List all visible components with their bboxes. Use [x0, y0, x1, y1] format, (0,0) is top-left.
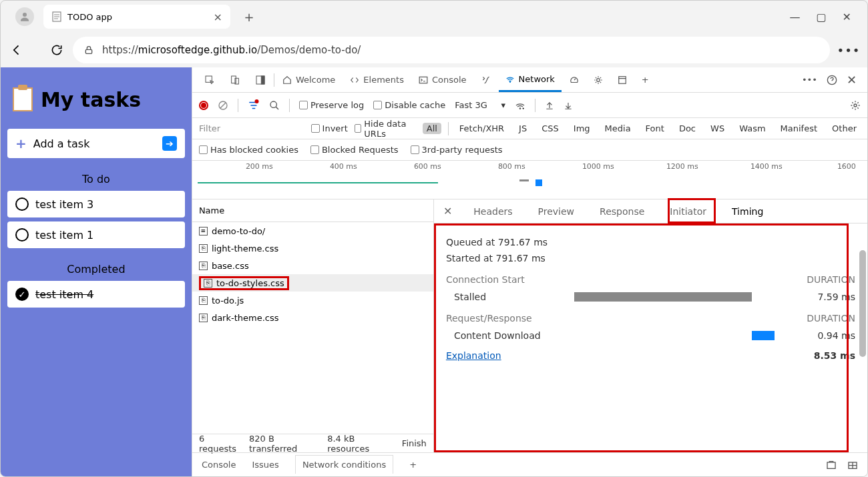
blocked-requests-checkbox[interactable]: Blocked Requests: [310, 145, 399, 155]
network-status-bar: 6 requests 820 B transferred 8.4 kB reso…: [192, 434, 433, 452]
todo-section-label: To do: [7, 173, 185, 185]
plus-icon: +: [15, 135, 27, 151]
window-controls: — ▢ ✕: [789, 11, 862, 23]
completed-section-label: Completed: [7, 263, 185, 276]
filter-type[interactable]: Doc: [675, 123, 700, 134]
tab-console[interactable]: Console: [412, 67, 473, 92]
add-tab-button[interactable]: +: [635, 67, 656, 92]
filter-type[interactable]: Wasm: [735, 123, 769, 134]
filter-type-all[interactable]: All: [423, 123, 441, 134]
minimize-icon[interactable]: —: [789, 11, 800, 23]
tab-response[interactable]: Response: [596, 205, 648, 218]
filter-toggle-button[interactable]: [248, 99, 260, 111]
third-party-checkbox[interactable]: 3rd-party requests: [411, 145, 503, 155]
add-task-input[interactable]: + Add a task ➔: [7, 129, 185, 158]
task-checked-icon[interactable]: ✓: [15, 288, 29, 301]
add-task-placeholder: Add a task: [33, 137, 90, 150]
tab-memory[interactable]: [587, 67, 610, 92]
record-button[interactable]: [199, 101, 208, 110]
profile-avatar[interactable]: [15, 7, 34, 26]
name-column-header[interactable]: Name: [192, 199, 433, 222]
task-item[interactable]: test item 1: [7, 221, 185, 248]
filter-type[interactable]: CSS: [537, 123, 563, 134]
tab-sources[interactable]: [475, 67, 497, 92]
filter-type[interactable]: Font: [642, 123, 668, 134]
close-tab-icon[interactable]: ×: [214, 11, 222, 23]
tab-welcome[interactable]: Welcome: [276, 67, 342, 92]
preserve-log-checkbox[interactable]: Preserve log: [299, 100, 364, 110]
drawer-icon-1[interactable]: [826, 460, 837, 470]
svg-line-24: [276, 107, 278, 109]
drawer-issues[interactable]: Issues: [252, 460, 278, 470]
svg-rect-5: [85, 49, 91, 53]
browser-tab[interactable]: TODO app ×: [43, 5, 230, 29]
css-icon: ⎘: [199, 262, 208, 270]
drawer-console[interactable]: Console: [202, 460, 236, 470]
svg-rect-11: [419, 77, 427, 83]
filter-type[interactable]: JS: [515, 123, 531, 134]
svg-point-12: [509, 81, 510, 82]
request-row-selected[interactable]: ⎘to-do-styles.css: [192, 274, 433, 292]
disable-cache-checkbox[interactable]: Disable cache: [373, 100, 445, 110]
search-button[interactable]: [269, 100, 280, 111]
tab-performance[interactable]: [563, 67, 586, 92]
back-button[interactable]: [9, 43, 25, 57]
request-row[interactable]: ⎘dark-theme.css: [192, 309, 433, 326]
devtools-more-button[interactable]: •••: [802, 75, 817, 85]
timing-panel: Queued at 791.67 ms Started at 791.67 ms…: [434, 223, 867, 452]
hide-data-urls-checkbox[interactable]: Hide data URLs: [355, 119, 416, 139]
filter-input[interactable]: Filter: [199, 123, 304, 133]
filter-type[interactable]: Img: [570, 123, 594, 134]
request-detail: ✕ Headers Preview Response Initiator Tim…: [434, 199, 867, 452]
refresh-button[interactable]: [49, 43, 65, 57]
drawer-icon-2[interactable]: [847, 460, 858, 470]
tab-application[interactable]: [611, 67, 634, 92]
filter-type[interactable]: Manifest: [777, 123, 821, 134]
task-checkbox[interactable]: [15, 197, 29, 211]
invert-checkbox[interactable]: Invert: [311, 123, 348, 133]
maximize-icon[interactable]: ▢: [816, 11, 826, 23]
settings-icon[interactable]: [850, 100, 861, 111]
filter-type[interactable]: WS: [706, 123, 728, 134]
scrollbar[interactable]: [859, 223, 866, 397]
blocked-cookies-checkbox[interactable]: Has blocked cookies: [199, 145, 298, 155]
tab-preview[interactable]: Preview: [534, 205, 579, 218]
request-row[interactable]: ⎘to-do.js: [192, 292, 433, 309]
request-row[interactable]: ⎘base.css: [192, 257, 433, 274]
filter-type[interactable]: Other: [828, 123, 861, 134]
devtools-close-button[interactable]: ✕: [847, 73, 857, 87]
network-filter-bar: Filter Invert Hide data URLs All Fetch/X…: [192, 118, 867, 139]
tab-elements[interactable]: Elements: [343, 67, 411, 92]
drawer-network-conditions[interactable]: Network conditions: [295, 455, 393, 474]
close-window-icon[interactable]: ✕: [843, 11, 851, 23]
submit-arrow-icon[interactable]: ➔: [162, 136, 177, 151]
request-row[interactable]: ⎘light-theme.css: [192, 240, 433, 257]
url-text: https://microsoftedge.github.io/Demos/de…: [102, 44, 361, 56]
help-icon[interactable]: [827, 75, 837, 85]
close-detail-button[interactable]: ✕: [443, 205, 452, 217]
browser-menu-button[interactable]: •••: [838, 43, 859, 57]
drawer-add-button[interactable]: +: [409, 460, 417, 470]
task-item-done[interactable]: ✓test item 4: [7, 281, 185, 308]
device-toggle-button[interactable]: [223, 67, 247, 92]
network-timeline[interactable]: 200 ms 400 ms 600 ms 800 ms 1000 ms 1200…: [192, 161, 867, 199]
tab-timing[interactable]: Timing: [728, 205, 767, 218]
address-bar: https://microsoftedge.github.io/Demos/de…: [1, 33, 867, 67]
filter-type[interactable]: Media: [601, 123, 635, 134]
task-item[interactable]: test item 3: [7, 191, 185, 217]
task-checkbox[interactable]: [15, 228, 29, 242]
network-conditions-icon[interactable]: [515, 100, 525, 111]
download-icon[interactable]: [564, 101, 573, 110]
throttle-select[interactable]: Fast 3G ▾: [455, 100, 505, 110]
filter-type[interactable]: Fetch/XHR: [455, 123, 508, 134]
request-row[interactable]: ≡demo-to-do/: [192, 222, 433, 240]
new-tab-button[interactable]: +: [236, 3, 262, 30]
inspect-button[interactable]: [198, 67, 222, 92]
clear-button[interactable]: [218, 100, 228, 111]
dock-button[interactable]: [248, 67, 272, 92]
tab-network[interactable]: Network: [499, 67, 562, 92]
url-box[interactable]: https://microsoftedge.github.io/Demos/de…: [73, 37, 830, 63]
tab-headers[interactable]: Headers: [469, 205, 516, 218]
upload-icon[interactable]: [545, 101, 554, 110]
titlebar: TODO app × + — ▢ ✕: [1, 1, 867, 33]
